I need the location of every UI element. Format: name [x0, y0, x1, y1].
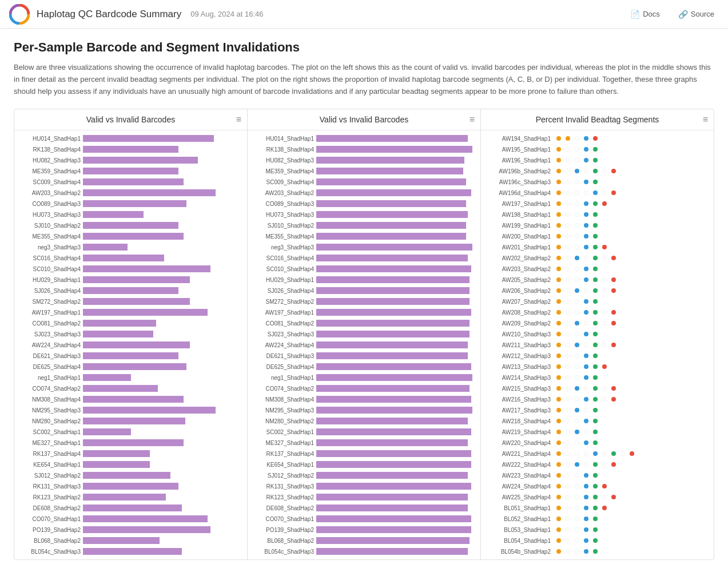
bar-valid — [83, 287, 178, 294]
dot-empty-icon — [566, 430, 570, 434]
bar-valid — [316, 276, 470, 283]
dot-label: AW199_ShadHap1 — [486, 223, 554, 229]
dot-empty-icon — [575, 353, 579, 358]
dot-empty-icon — [566, 495, 570, 499]
dot-empty-icon — [575, 538, 579, 543]
bar-label: DE621_ShadHap3 — [14, 353, 83, 359]
bar-valid — [316, 385, 470, 392]
bar-label: HU029_ShadHap1 — [14, 277, 83, 283]
dot-orange-icon — [556, 245, 561, 249]
dot-blue-icon — [584, 375, 588, 380]
source-label: Source — [691, 10, 714, 18]
bar-track — [316, 287, 476, 294]
table-row: AW224_ShadHap4 — [14, 340, 242, 350]
table-row: SJ023_ShadHap3 — [14, 329, 242, 339]
table-row: DE608_ShadHap2 — [248, 503, 476, 513]
dot-empty-icon — [584, 451, 588, 456]
table-row: AW208_ShadHap2 — [486, 307, 709, 317]
app-header: Haplotag QC Bardcode Summary 09 Aug, 202… — [0, 0, 728, 29]
bar-track — [83, 385, 242, 392]
dot-green-icon — [593, 549, 598, 554]
dot-red-icon — [611, 397, 616, 402]
bar-label: RK123_ShadHap2 — [248, 494, 316, 501]
bar-label: AW224_ShadHap4 — [14, 342, 83, 348]
bar-valid — [316, 255, 468, 261]
bar-valid — [83, 439, 184, 446]
dot-area — [554, 353, 709, 358]
dot-green-icon — [593, 288, 598, 293]
table-row: AW195_ShadHap1 — [486, 144, 709, 154]
bar-track — [316, 352, 476, 359]
dot-orange-icon — [556, 495, 561, 499]
dot-label: AW207_ShadHap2 — [486, 299, 554, 305]
bar-valid — [83, 526, 210, 533]
dot-red-icon — [602, 506, 607, 510]
table-row: AW203_ShadHap2 — [486, 264, 709, 274]
bar-label: BL054c_ShadHap3 — [14, 549, 83, 555]
dot-orange-icon — [556, 375, 561, 380]
bar-label: RK137_ShadHap4 — [248, 451, 316, 457]
bar-track — [316, 450, 476, 457]
dot-area — [554, 277, 709, 282]
dot-empty-icon — [575, 517, 579, 521]
bar-label: CO070_ShadHap1 — [248, 516, 316, 522]
bar-label: HU082_ShadHap3 — [14, 157, 83, 164]
dot-orange-icon — [556, 180, 561, 184]
dot-orange-icon — [556, 267, 561, 271]
dot-green-icon — [593, 212, 598, 217]
main-content: Per-Sample Barcode and Segment Invalidat… — [0, 29, 728, 568]
dot-empty-icon — [575, 234, 579, 239]
bar-label: SM272_ShadHap2 — [248, 299, 316, 305]
docs-link[interactable]: 📄 Docs — [626, 7, 665, 21]
bar-track — [83, 472, 242, 479]
dot-empty-icon — [566, 527, 570, 532]
bar-label: ME327_ShadHap1 — [248, 440, 316, 446]
dot-empty-icon — [602, 277, 607, 282]
bar-track — [83, 244, 242, 251]
dot-area — [554, 212, 709, 217]
dot-orange-icon — [556, 397, 561, 402]
table-row: AW205_ShadHap2 — [486, 275, 709, 285]
dot-orange-icon — [556, 277, 561, 282]
bar-label: SJ010_ShadHap2 — [248, 223, 316, 229]
dot-label: AW203_ShadHap2 — [486, 266, 554, 272]
dot-orange-icon — [556, 212, 561, 217]
dot-area — [554, 375, 709, 380]
table-row: AW201_ShadHap1 — [486, 242, 709, 252]
dot-red-icon — [611, 288, 616, 293]
dot-label: AW200_ShadHap1 — [486, 233, 554, 240]
bar-label: ME355_ShadHap4 — [14, 233, 83, 240]
chart-menu-btn-2[interactable]: ≡ — [470, 115, 475, 124]
dot-blue-icon — [584, 299, 588, 304]
chart-menu-btn-3[interactable]: ≡ — [703, 115, 708, 124]
bar-label: RK131_ShadHap3 — [248, 483, 316, 490]
table-row: SC016_ShadHap4 — [14, 253, 242, 263]
dot-empty-icon — [575, 180, 579, 184]
chart-menu-btn-1[interactable]: ≡ — [236, 115, 241, 124]
bar-track — [316, 341, 476, 348]
bar-label: SJ012_ShadHap2 — [248, 472, 316, 479]
source-link[interactable]: 🔗 Source — [674, 7, 719, 21]
dot-empty-icon — [620, 451, 625, 456]
bar-label: neg3_ShadHap3 — [248, 244, 316, 251]
table-row: AW196b_ShadHap2 — [486, 166, 709, 176]
table-row: ME355_ShadHap4 — [14, 231, 242, 241]
dot-blue-icon — [584, 234, 588, 239]
dot-label: AW194_ShadHap1 — [486, 136, 554, 142]
dot-orange-icon — [556, 299, 561, 304]
table-row: RK137_ShadHap4 — [248, 448, 476, 459]
dot-area — [554, 484, 709, 488]
dot-empty-icon — [566, 419, 570, 423]
dot-empty-icon — [575, 223, 579, 228]
bar-label: AW197_ShadHap1 — [14, 309, 83, 316]
bar-label: AW197_ShadHap1 — [248, 309, 316, 316]
dot-orange-icon — [556, 364, 561, 369]
table-row: AW216_ShadHap3 — [486, 394, 709, 404]
dot-orange-icon — [566, 136, 570, 141]
dot-empty-icon — [575, 310, 579, 315]
dot-orange-icon — [556, 343, 561, 347]
dot-empty-icon — [584, 288, 588, 293]
dot-empty-icon — [566, 353, 570, 358]
dot-orange-icon — [556, 408, 561, 412]
bar-track — [316, 298, 476, 305]
